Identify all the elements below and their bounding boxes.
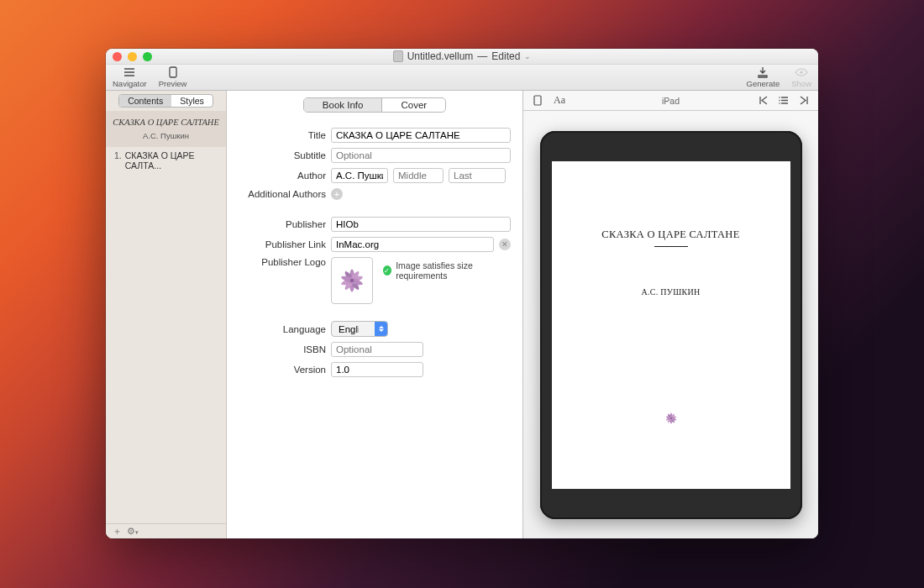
- first-page-icon[interactable]: [758, 95, 769, 107]
- check-icon: ✓: [383, 265, 392, 276]
- subtitle-input[interactable]: [331, 148, 511, 163]
- publisher-input[interactable]: [331, 217, 511, 232]
- sidebar-book-author: А.С. Пушкин: [113, 131, 219, 140]
- title-label: Title: [227, 130, 326, 140]
- version-label: Version: [227, 365, 326, 375]
- publisher-logo-well[interactable]: [331, 257, 373, 304]
- publisher-link-label: Publisher Link: [227, 239, 326, 249]
- show-label: Show: [791, 79, 811, 88]
- preview-logo: [663, 410, 680, 430]
- author-middle-input[interactable]: [393, 168, 444, 183]
- toolbar: Navigator Preview Generate Show: [106, 65, 818, 91]
- add-author-button[interactable]: +: [331, 188, 343, 200]
- publisher-link-input[interactable]: [331, 237, 494, 252]
- ipad-frame: СКАЗКА О ЦАРЕ САЛТАНЕ А.С. ПУШКИН: [540, 131, 802, 519]
- font-icon[interactable]: Aa: [554, 95, 565, 107]
- titlebar: Untitled.vellum — Edited ⌄: [106, 49, 818, 65]
- title-input[interactable]: [331, 128, 511, 143]
- tab-contents[interactable]: Contents: [119, 95, 171, 107]
- generate-label: Generate: [747, 79, 780, 88]
- tab-book-info[interactable]: Book Info: [304, 98, 382, 112]
- publisher-label: Publisher: [227, 219, 326, 229]
- sidebar-item-label: СКАЗКА О ЦАРЕ САЛТА...: [125, 150, 218, 171]
- navigator-label: Navigator: [113, 79, 147, 88]
- device-icon: [165, 66, 181, 79]
- flower-icon: [663, 410, 680, 427]
- preview-label: Preview: [159, 79, 187, 88]
- window-filename: Untitled.vellum: [407, 50, 474, 62]
- sidebar: Contents Styles СКАЗКА О ЦАРЕ САЛТАНЕ А.…: [106, 91, 227, 538]
- author-last-input[interactable]: [449, 168, 506, 183]
- preview-title: СКАЗКА О ЦАРЕ САЛТАНЕ: [601, 228, 739, 241]
- last-page-icon[interactable]: [798, 95, 810, 107]
- list-icon: [122, 66, 137, 79]
- center-tabs: Book Info Cover: [303, 97, 446, 113]
- additional-authors-label: Additional Authors: [227, 189, 326, 199]
- language-label: Language: [227, 324, 326, 334]
- eye-icon: [794, 66, 809, 79]
- app-window: Untitled.vellum — Edited ⌄ Navigator Pre…: [106, 49, 818, 538]
- title-rule: [654, 246, 688, 247]
- ipad-screen: СКАЗКА О ЦАРЕ САЛТАНЕ А.С. ПУШКИН: [552, 161, 790, 489]
- logo-note-text: Image satisfies size requirements: [396, 260, 511, 281]
- isbn-input[interactable]: [331, 342, 423, 357]
- preview-button[interactable]: Preview: [159, 66, 187, 88]
- preview-panel: Aa iPad СКАЗКА О ЦАРЕ С: [523, 91, 818, 538]
- logo-note: ✓ Image satisfies size requirements: [383, 260, 511, 281]
- version-input[interactable]: [331, 362, 423, 377]
- sidebar-item[interactable]: 1. СКАЗКА О ЦАРЕ САЛТА...: [106, 147, 226, 174]
- svg-rect-8: [534, 96, 541, 105]
- isbn-label: ISBN: [227, 344, 326, 354]
- svg-point-7: [801, 71, 803, 73]
- clear-link-icon[interactable]: ✕: [499, 239, 511, 250]
- tab-cover[interactable]: Cover: [381, 98, 445, 112]
- sidebar-book-title: СКАЗКА О ЦАРЕ САЛТАНЕ: [113, 118, 219, 129]
- tab-styles[interactable]: Styles: [171, 95, 213, 107]
- publisher-logo-label: Publisher Logo: [227, 257, 326, 267]
- navigator-button[interactable]: Navigator: [113, 66, 147, 88]
- language-select[interactable]: English: [331, 321, 388, 337]
- svg-rect-6: [170, 67, 176, 77]
- sidebar-book-header[interactable]: СКАЗКА О ЦАРЕ САЛТАНЕ А.С. Пушкин: [106, 111, 226, 147]
- chevron-down-icon[interactable]: ⌄: [524, 52, 531, 60]
- document-icon: [393, 50, 403, 62]
- toc-icon[interactable]: [778, 95, 790, 107]
- show-button[interactable]: Show: [791, 66, 811, 88]
- subtitle-label: Subtitle: [227, 150, 326, 160]
- download-icon: [755, 66, 770, 79]
- sidebar-item-num: 1.: [114, 150, 122, 171]
- gear-icon[interactable]: ⚙︎▾: [127, 526, 139, 537]
- preview-author: А.С. ПУШКИН: [641, 287, 700, 297]
- window-status: Edited: [491, 50, 520, 62]
- svg-point-11: [779, 102, 780, 104]
- svg-point-9: [779, 97, 780, 98]
- generate-button[interactable]: Generate: [747, 66, 780, 88]
- author-label: Author: [227, 171, 326, 181]
- sidebar-tabs: Contents Styles: [118, 94, 213, 108]
- svg-point-10: [779, 100, 780, 102]
- author-first-input[interactable]: [331, 168, 388, 183]
- flower-icon: [334, 263, 370, 298]
- device-icon[interactable]: [532, 95, 543, 107]
- add-icon[interactable]: ＋: [113, 525, 122, 538]
- center-panel: Book Info Cover Title Subtitle Author: [227, 91, 523, 538]
